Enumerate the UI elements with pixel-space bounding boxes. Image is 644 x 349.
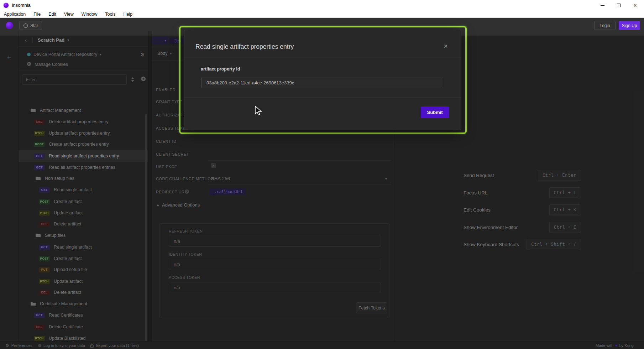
- menu-help[interactable]: Help: [123, 12, 132, 17]
- close-window-button[interactable]: ✕: [627, 0, 643, 11]
- insomnia-spinner-icon: [6, 22, 13, 29]
- menu-bar: Application File Edit View Window Tools …: [0, 11, 644, 18]
- request-prompt-modal: Read single artifact properties entry ✕ …: [184, 30, 461, 130]
- artifact-property-id-label: artifact property id: [201, 67, 240, 72]
- modal-close-button[interactable]: ✕: [441, 42, 450, 51]
- mouse-cursor: [254, 105, 262, 116]
- maximize-button[interactable]: [611, 0, 627, 11]
- close-icon: ✕: [633, 3, 637, 8]
- window-title: Insomnia: [12, 2, 31, 8]
- insomnia-logo-icon: [3, 2, 9, 8]
- insomnia-window: Insomnia ✕ Application File Edit View Wi…: [0, 0, 644, 349]
- divider: [184, 98, 461, 98]
- submit-button[interactable]: Submit: [421, 106, 449, 118]
- menu-application[interactable]: Application: [4, 12, 26, 17]
- modal-header: Read single artifact properties entry ✕: [184, 30, 461, 58]
- title-bar: Insomnia ✕: [0, 0, 644, 11]
- minimize-button[interactable]: [594, 0, 611, 11]
- menu-view[interactable]: View: [64, 12, 74, 17]
- minimize-icon: [601, 5, 604, 6]
- menu-tools[interactable]: Tools: [105, 12, 115, 17]
- signup-button[interactable]: Sign Up: [619, 21, 640, 30]
- close-icon: ✕: [444, 43, 448, 50]
- modal-title: Read single artifact properties entry: [195, 43, 294, 51]
- star-label: Star: [30, 23, 38, 28]
- menu-file[interactable]: File: [33, 12, 41, 17]
- menu-window[interactable]: Window: [82, 12, 97, 17]
- github-icon: [23, 23, 28, 28]
- login-button[interactable]: Login: [594, 21, 616, 30]
- maximize-icon: [617, 4, 621, 7]
- github-star-button[interactable]: Star: [19, 21, 42, 30]
- artifact-property-id-input[interactable]: [201, 77, 443, 88]
- menu-edit[interactable]: Edit: [48, 12, 56, 17]
